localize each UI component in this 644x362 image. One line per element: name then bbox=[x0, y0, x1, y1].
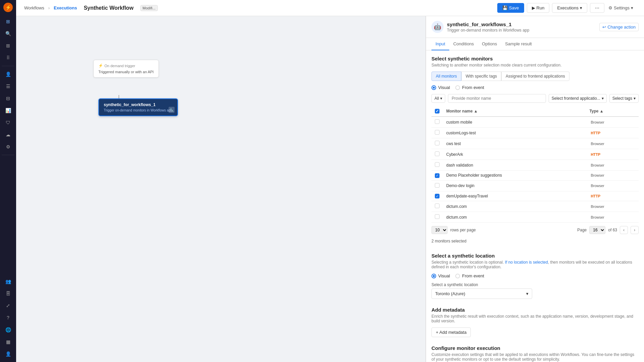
row-checkbox-8[interactable] bbox=[435, 203, 440, 208]
select-all-checkbox[interactable]: ✓ bbox=[435, 109, 440, 114]
select-monitors-subtitle: Switching to another monitor selection m… bbox=[431, 63, 639, 67]
monitor-name-cell: dash validation bbox=[443, 160, 586, 171]
row-checkbox-0[interactable] bbox=[435, 119, 440, 124]
location-title: Select a synthetic location bbox=[431, 253, 639, 259]
row-checkbox-4[interactable] bbox=[435, 162, 440, 167]
monitor-type-cell: Browser bbox=[586, 180, 639, 191]
sidebar-icon-help[interactable]: ? bbox=[3, 312, 13, 323]
sidebar-icon-dots[interactable]: ⠿ bbox=[3, 52, 13, 63]
action-node-desc: Trigger on-demand monitors in Workflows … bbox=[104, 108, 173, 112]
sidebar-icon-chart[interactable]: 📊 bbox=[3, 105, 13, 116]
frontend-app-filter[interactable]: Select frontend applicatio... ▾ bbox=[549, 94, 607, 103]
change-action-icon: ↩ bbox=[602, 25, 606, 30]
metadata-subtitle: Enrich the synthetic result with executi… bbox=[431, 314, 639, 323]
next-page-button[interactable]: › bbox=[631, 226, 639, 234]
monitor-name-input[interactable] bbox=[448, 94, 546, 103]
nav-workflows[interactable]: Workflows bbox=[21, 4, 47, 12]
prev-page-button[interactable]: ‹ bbox=[620, 226, 628, 234]
sidebar-icon-user[interactable]: 👤 bbox=[3, 69, 13, 80]
monitor-name-header: Monitor name ▲ bbox=[443, 106, 586, 117]
breadcrumb: Workflows › Executions bbox=[21, 4, 80, 12]
row-checkbox-7[interactable]: ✓ bbox=[435, 194, 440, 198]
sidebar-icon-search[interactable]: 🔍 bbox=[3, 28, 13, 39]
from-event-radio-label[interactable]: From event bbox=[455, 85, 484, 90]
row-checkbox-3[interactable] bbox=[435, 151, 440, 156]
sidebar-divider-1 bbox=[2, 66, 14, 66]
sidebar-icon-layers[interactable]: ⊟ bbox=[3, 93, 13, 104]
tags-filter[interactable]: Select tags ▾ bbox=[609, 94, 639, 103]
trigger-node[interactable]: ⚡ On demand trigger Triggered manually o… bbox=[93, 60, 159, 78]
settings-link[interactable]: ⚙ Settings ▾ bbox=[608, 5, 633, 10]
run-icon: ▶ bbox=[532, 5, 535, 10]
visual-radio[interactable] bbox=[431, 85, 436, 90]
page-label: Page bbox=[577, 228, 587, 232]
panel-subtitle: Trigger on-demand monitors in Workflows … bbox=[447, 28, 529, 33]
monitor-name-cell: dictum.com bbox=[443, 212, 586, 223]
tab-conditions[interactable]: Conditions bbox=[449, 38, 478, 50]
trigger-desc: Triggered manually or with an API bbox=[98, 70, 154, 74]
location-event-radio[interactable] bbox=[455, 274, 460, 278]
sidebar: ⚡ ⊞ 🔍 ⊞ ⠿ 👤 ☰ ⊟ 📊 🛡 ☁ ⚙ 👥 🗄 ⤢ ? 🌐 ▦ 👤 bbox=[0, 0, 16, 362]
nav-executions[interactable]: Executions bbox=[51, 4, 80, 12]
row-checkbox-1[interactable] bbox=[435, 130, 440, 135]
settings-icon: ⚙ bbox=[608, 5, 612, 10]
row-checkbox-5[interactable]: ✓ bbox=[435, 173, 440, 178]
row-checkbox-2[interactable] bbox=[435, 141, 440, 145]
location-dropdown[interactable]: Toronto (Azure) ▾ bbox=[431, 288, 532, 299]
metadata-section: Add metadata Enrich the synthetic result… bbox=[431, 307, 639, 337]
sidebar-icon-cloud[interactable]: ☁ bbox=[3, 129, 13, 140]
sidebar-icon-grid[interactable]: ⊞ bbox=[3, 40, 13, 51]
monitor-type-cell: HTTP bbox=[586, 191, 639, 201]
sidebar-icon-expand[interactable]: ⤢ bbox=[3, 300, 13, 311]
table-row: dictum.com Browser bbox=[431, 201, 639, 212]
monitor-tab-all[interactable]: All monitors bbox=[431, 72, 461, 81]
sidebar-icon-bar[interactable]: ▦ bbox=[3, 336, 13, 347]
more-options-button[interactable]: ⋯ bbox=[590, 3, 604, 13]
page-number-select[interactable]: 16 bbox=[589, 226, 605, 234]
sidebar-icon-globe[interactable]: 🌐 bbox=[3, 324, 13, 335]
sidebar-icon-shield[interactable]: 🛡 bbox=[3, 117, 13, 128]
executions-button[interactable]: Executions ▾ bbox=[552, 3, 587, 13]
table-row: ✓ Demo Placeholder suggestions Browser bbox=[431, 171, 639, 181]
tab-options[interactable]: Options bbox=[478, 38, 501, 50]
filter-all-select[interactable]: All ▾ bbox=[431, 94, 445, 103]
row-checkbox-9[interactable] bbox=[435, 214, 440, 219]
sidebar-icon-home[interactable]: ⊞ bbox=[3, 16, 13, 27]
table-row: dictum.com Browser bbox=[431, 212, 639, 223]
sidebar-bottom: 👥 🗄 ⤢ ? 🌐 ▦ 👤 bbox=[3, 276, 13, 359]
tab-input[interactable]: Input bbox=[431, 38, 449, 50]
canvas-area[interactable]: ⚡ On demand trigger Triggered manually o… bbox=[16, 16, 425, 362]
app-logo: ⚡ bbox=[3, 3, 13, 12]
location-event-radio-label[interactable]: From event bbox=[455, 273, 484, 278]
sidebar-icon-database[interactable]: 🗄 bbox=[3, 288, 13, 299]
visual-radio-label[interactable]: Visual bbox=[431, 85, 450, 90]
location-visual-radio-label[interactable]: Visual bbox=[431, 273, 450, 278]
add-metadata-button[interactable]: + Add metadata bbox=[431, 327, 471, 337]
pagination: 10 25 50 rows per page Page 16 of 63 ‹ › bbox=[431, 223, 639, 237]
panel-header-actions: ↩ Change action bbox=[599, 23, 639, 31]
tab-sample-result[interactable]: Sample result bbox=[501, 38, 536, 50]
rows-per-page-select[interactable]: 10 25 50 bbox=[431, 226, 448, 234]
sidebar-icon-person[interactable]: 👤 bbox=[3, 349, 13, 359]
action-node[interactable]: synthetic_for_workflows_1 Trigger on-dem… bbox=[98, 98, 178, 116]
change-action-button[interactable]: ↩ Change action bbox=[599, 23, 639, 31]
run-button[interactable]: ▶ Run bbox=[527, 3, 550, 13]
monitor-type-cell: Browser bbox=[586, 201, 639, 212]
monitor-name-cell: cws test bbox=[443, 138, 586, 149]
save-button[interactable]: 💾 Save bbox=[497, 3, 524, 13]
sidebar-icon-settings[interactable]: ⚙ bbox=[3, 141, 13, 152]
sidebar-icon-list[interactable]: ☰ bbox=[3, 81, 13, 92]
from-event-radio[interactable] bbox=[455, 85, 460, 90]
trigger-node-card: ⚡ On demand trigger Triggered manually o… bbox=[93, 60, 159, 78]
location-subtitle: Selecting a synthetic location is option… bbox=[431, 260, 639, 269]
monitor-tab-frontend[interactable]: Assigned to frontend applications bbox=[501, 72, 569, 81]
monitor-type-cell: Browser bbox=[586, 160, 639, 171]
sidebar-icon-users[interactable]: 👥 bbox=[3, 276, 13, 287]
action-node-icon: 🔧 bbox=[169, 107, 175, 113]
monitor-name-cell: dictum.com bbox=[443, 201, 586, 212]
trigger-label: ⚡ On demand trigger bbox=[98, 63, 154, 68]
save-icon: 💾 bbox=[502, 5, 508, 10]
monitor-tab-tags[interactable]: With specific tags bbox=[461, 72, 501, 81]
location-visual-radio[interactable] bbox=[431, 274, 436, 278]
row-checkbox-6[interactable] bbox=[435, 183, 440, 188]
